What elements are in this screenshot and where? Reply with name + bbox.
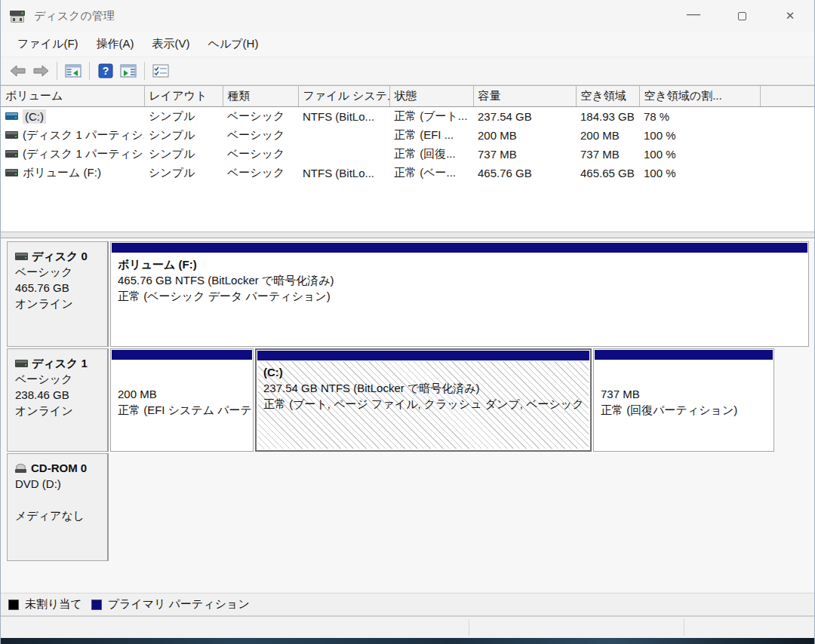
menu-file[interactable]: ファイル(F) <box>8 33 88 55</box>
properties-button[interactable] <box>149 60 172 81</box>
cell-layout: シンプル <box>144 106 223 126</box>
disk-type: ベーシック <box>15 371 103 387</box>
column-header-free-percent[interactable]: 空き領域の割... <box>639 86 760 106</box>
primary-partition-bar <box>257 351 589 360</box>
cell-capacity: 200 MB <box>473 126 576 145</box>
show-action-pane-button[interactable] <box>117 60 140 81</box>
forward-button[interactable] <box>29 60 52 81</box>
bottom-edge <box>1 638 814 644</box>
cdrom-media-status: メディアなし <box>15 508 103 523</box>
column-header-free-space[interactable]: 空き領域 <box>576 86 639 106</box>
cell-layout: シンプル <box>144 145 223 164</box>
disk1-label-box[interactable]: ディスク 1 ベーシック 238.46 GB オンライン <box>7 348 109 452</box>
cell-type: ベーシック <box>223 145 298 164</box>
maximize-button[interactable] <box>718 0 766 32</box>
partition-status: 正常 (ベーシック データ パーティション) <box>118 288 807 304</box>
volume-name: (ディスク 1 パーティシ... <box>23 128 144 143</box>
column-header-filesystem[interactable]: ファイル システム <box>298 86 389 106</box>
disk-management-app-icon <box>10 9 26 23</box>
menu-help[interactable]: ヘルプ(H) <box>199 33 268 55</box>
statusbar-divider <box>684 619 684 636</box>
disk-management-window: ディスクの管理 — ✕ ファイル(F) 操作(A) 表示(V) ヘルプ(H) <box>0 0 815 644</box>
maximize-icon <box>738 12 746 20</box>
menu-view[interactable]: 表示(V) <box>143 33 199 55</box>
back-button[interactable] <box>7 60 29 81</box>
cdrom-drive-letter: DVD (D:) <box>15 476 103 492</box>
column-header-status[interactable]: 状態 <box>389 86 473 106</box>
partition-status: 正常 (ブート, ページ ファイル, クラッシュ ダンプ, ベーシック データ … <box>263 396 587 412</box>
primary-partition-bar <box>112 243 807 253</box>
toolbar-separator <box>57 62 57 80</box>
toolbar: ? <box>1 57 814 85</box>
cdrom-icon <box>15 464 27 473</box>
table-row[interactable]: ボリューム (F:) シンプル ベーシック NTFS (BitLo... 正常 … <box>1 164 814 182</box>
cell-free-percent: 78 % <box>639 106 760 126</box>
volume-drive-icon <box>5 169 18 176</box>
cell-filesystem: NTFS (BitLo... <box>298 106 389 126</box>
cdrom-label-box[interactable]: CD-ROM 0 DVD (D:) メディアなし <box>7 453 109 561</box>
disk0-label-box[interactable]: ディスク 0 ベーシック 465.76 GB オンライン <box>7 241 109 347</box>
cell-layout: シンプル <box>144 126 223 145</box>
status-bar <box>1 615 814 638</box>
disk-icon <box>15 253 28 260</box>
table-row[interactable]: (C:) シンプル ベーシック NTFS (BitLo... 正常 (ブート..… <box>1 106 814 126</box>
column-header-capacity[interactable]: 容量 <box>473 86 576 106</box>
column-header-type[interactable]: 種類 <box>223 86 298 106</box>
disk-icon <box>15 360 28 367</box>
graphical-view-pane: ディスク 0 ベーシック 465.76 GB オンライン ボリューム (F:) … <box>1 238 814 593</box>
primary-partition-bar <box>112 350 252 360</box>
column-header-volume[interactable]: ボリューム <box>1 86 144 106</box>
cell-free: 200 MB <box>576 126 639 145</box>
legend-bar: 未割り当て プライマリ パーティション <box>1 593 814 615</box>
volume-drive-icon <box>5 131 18 139</box>
title-bar: ディスクの管理 — ✕ <box>1 0 814 32</box>
partition-recovery[interactable]: 737 MB 正常 (回復パーティション) <box>593 348 774 452</box>
cell-free: 737 MB <box>576 145 639 164</box>
cell-type: ベーシック <box>223 164 298 182</box>
pane-splitter[interactable] <box>1 232 814 238</box>
cell-layout: シンプル <box>144 164 223 182</box>
cdrom-name: CD-ROM 0 <box>31 460 87 476</box>
window-title: ディスクの管理 <box>34 9 115 23</box>
volume-name: ボリューム (F:) <box>23 166 101 180</box>
minimize-button[interactable]: — <box>669 0 718 32</box>
unallocated-swatch <box>8 600 19 610</box>
close-button[interactable]: ✕ <box>766 0 814 32</box>
properties-icon <box>152 64 169 78</box>
help-button[interactable]: ? <box>94 60 117 81</box>
column-header-empty <box>760 86 814 106</box>
disk-type: ベーシック <box>15 264 103 280</box>
table-row[interactable]: (ディスク 1 パーティシ... シンプル ベーシック 正常 (EFI ... … <box>1 126 814 145</box>
volume-name: (C:) <box>23 109 46 124</box>
statusbar-divider <box>469 619 469 636</box>
primary-partition-swatch <box>91 600 102 610</box>
partition-efi[interactable]: 200 MB 正常 (EFI システム パーティション) <box>110 348 254 452</box>
partition-volume-f[interactable]: ボリューム (F:) 465.76 GB NTFS (BitLocker で暗号… <box>110 241 809 347</box>
partition-size: 737 MB <box>601 386 772 402</box>
action-pane-icon <box>120 64 137 78</box>
volume-list-pane: ボリューム レイアウト 種類 ファイル システム 状態 容量 空き領域 空き領域… <box>1 85 814 232</box>
cell-free-percent: 100 % <box>639 145 760 164</box>
cell-capacity: 465.76 GB <box>473 164 576 182</box>
cell-free: 184.93 GB <box>576 106 639 126</box>
disk-status: オンライン <box>15 296 103 311</box>
partition-status: 正常 (回復パーティション) <box>601 402 772 418</box>
disk-name: ディスク 1 <box>32 355 88 371</box>
cell-type: ベーシック <box>223 126 298 145</box>
partition-status: 正常 (EFI システム パーティション) <box>118 402 251 418</box>
cell-free-percent: 100 % <box>639 164 760 182</box>
table-row[interactable]: (ディスク 1 パーティシ... シンプル ベーシック 正常 (回復... 73… <box>1 145 814 164</box>
partition-size-fs: 237.54 GB NTFS (BitLocker で暗号化済み) <box>263 380 587 396</box>
cell-status: 正常 (回復... <box>389 145 473 164</box>
svg-text:?: ? <box>103 65 109 77</box>
disk-row-0: ディスク 0 ベーシック 465.76 GB オンライン ボリューム (F:) … <box>7 241 814 347</box>
volume-drive-icon <box>5 150 18 158</box>
partition-title: (C:) <box>263 364 587 380</box>
menu-action[interactable]: 操作(A) <box>88 33 143 55</box>
show-console-tree-button[interactable] <box>62 60 85 81</box>
cell-filesystem <box>298 126 389 145</box>
table-header-row: ボリューム レイアウト 種類 ファイル システム 状態 容量 空き領域 空き領域… <box>1 86 814 106</box>
disk-size: 238.46 GB <box>15 387 103 403</box>
column-header-layout[interactable]: レイアウト <box>144 86 223 106</box>
partition-c-selected[interactable]: (C:) 237.54 GB NTFS (BitLocker で暗号化済み) 正… <box>255 348 592 452</box>
